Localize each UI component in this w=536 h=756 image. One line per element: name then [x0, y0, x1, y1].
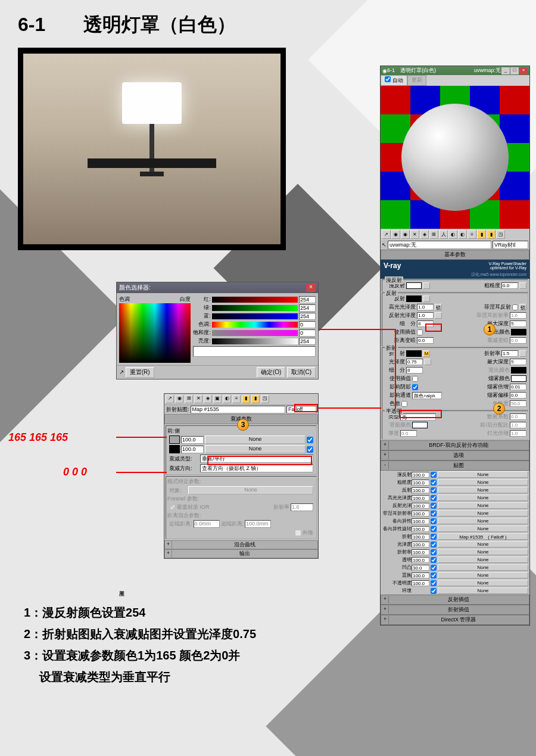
- fog-swatch[interactable]: [511, 375, 526, 382]
- close-icon[interactable]: ×: [519, 67, 528, 74]
- map-enable-check[interactable]: [431, 472, 437, 478]
- red-slider[interactable]: [212, 297, 298, 303]
- tool-icon[interactable]: ◉: [391, 230, 400, 239]
- dx-header[interactable]: +DirectX 管理器: [381, 615, 529, 625]
- hue-slider[interactable]: [212, 322, 298, 328]
- subdiv2-value[interactable]: 8: [406, 367, 423, 374]
- exit-swatch[interactable]: [511, 329, 526, 335]
- map-enable-check[interactable]: [431, 534, 437, 540]
- tool-icon[interactable]: ◳: [261, 395, 269, 403]
- color2-amount[interactable]: 100.0: [181, 446, 204, 453]
- gloss-map-button[interactable]: [424, 359, 431, 365]
- map-slot-button[interactable]: None: [438, 541, 528, 547]
- cancel-button[interactable]: 取消(C): [287, 367, 316, 378]
- map-enable-check[interactable]: [431, 495, 437, 501]
- maps-header[interactable]: -贴图: [381, 461, 529, 471]
- fog-bias-value[interactable]: 0.0: [510, 392, 526, 399]
- map-enable-check[interactable]: [431, 480, 437, 486]
- basic-params-header[interactable]: 基本参数: [381, 250, 529, 260]
- falloff-dir-dropdown[interactable]: 查看方向（摄影机 Z 轴）: [200, 464, 313, 472]
- map-amount[interactable]: 100.0: [412, 580, 429, 586]
- map-amount[interactable]: 100.0: [412, 557, 429, 563]
- map-amount[interactable]: 100.0: [412, 487, 429, 493]
- ior-value2[interactable]: 1.5: [501, 350, 518, 357]
- map-slot-button[interactable]: None: [438, 556, 528, 563]
- map-amount[interactable]: 100.0: [412, 542, 429, 547]
- refract-swatch[interactable]: [406, 350, 422, 357]
- val-value[interactable]: 254: [299, 338, 316, 345]
- interp-check[interactable]: [417, 329, 423, 335]
- map-amount[interactable]: 100.0: [412, 518, 429, 524]
- interp2-check[interactable]: [412, 376, 418, 382]
- color2-map-button[interactable]: None: [205, 445, 306, 453]
- map-enable-check[interactable]: [431, 580, 437, 586]
- tool-icon[interactable]: ▣: [213, 395, 222, 403]
- dialog-titlebar[interactable]: 颜色选择器: ×: [117, 282, 318, 293]
- nav-map-field[interactable]: uvwmap:无: [388, 241, 491, 249]
- map-slot-button[interactable]: None: [438, 502, 528, 509]
- map-amount[interactable]: 30.0: [412, 565, 429, 571]
- map-enable-check[interactable]: [431, 511, 437, 517]
- maximize-icon[interactable]: □: [510, 67, 519, 74]
- map-amount[interactable]: 100.0: [412, 534, 429, 540]
- sat-value[interactable]: 0: [299, 329, 316, 337]
- eyedropper-icon[interactable]: ↗: [119, 369, 124, 375]
- window-titlebar[interactable]: ◉ 6-1 透明灯罩(白色) uvwmap:无 _ □ ×: [381, 66, 529, 75]
- map-amount[interactable]: 100.0: [412, 495, 429, 501]
- ior-map-button[interactable]: [519, 350, 526, 357]
- color1-enable-check[interactable]: [307, 437, 313, 443]
- tool-icon[interactable]: ◈: [420, 230, 429, 239]
- tool-icon[interactable]: ◐: [448, 230, 457, 239]
- shadow-check[interactable]: [412, 384, 418, 390]
- map-slot-button[interactable]: None: [438, 564, 528, 571]
- color2-enable-check[interactable]: [307, 446, 313, 453]
- color1-map-button[interactable]: None: [205, 435, 306, 444]
- tool-icon[interactable]: ▮: [251, 395, 260, 403]
- fresnel-lock[interactable]: 锁: [519, 304, 526, 310]
- nav-back-icon[interactable]: ↖: [382, 242, 387, 248]
- map-enable-check[interactable]: [431, 573, 437, 578]
- minimize-icon[interactable]: _: [501, 67, 510, 74]
- maxdepth2-value[interactable]: 5: [510, 359, 526, 365]
- green-value[interactable]: 254: [299, 304, 316, 312]
- map-slot-button[interactable]: None: [438, 572, 528, 578]
- refl-interp-header[interactable]: +反射插值: [381, 595, 529, 605]
- tool-icon[interactable]: ✕: [194, 395, 202, 403]
- affect-dropdown[interactable]: 颜色+alph: [412, 392, 442, 399]
- map-name-field[interactable]: Map #1535: [191, 406, 285, 413]
- map-slot-button[interactable]: None: [438, 525, 528, 532]
- tool-icon[interactable]: ◉: [401, 230, 410, 239]
- map-amount[interactable]: 100.0: [412, 549, 429, 555]
- map-slot-button[interactable]: None: [438, 587, 528, 594]
- sat-slider[interactable]: [212, 330, 298, 336]
- map-slot-button[interactable]: None: [438, 510, 528, 517]
- red-value[interactable]: 254: [299, 296, 316, 303]
- color1-swatch[interactable]: [169, 435, 180, 444]
- map-slot-button[interactable]: Map #1535 ( Falloff ): [438, 533, 528, 540]
- reflect-swatch[interactable]: [406, 295, 422, 302]
- map-slot-button[interactable]: None: [438, 471, 528, 478]
- tool-icon[interactable]: ◐: [458, 230, 467, 239]
- color1-amount[interactable]: 100.0: [181, 436, 204, 444]
- map-amount[interactable]: 100.0: [412, 511, 429, 517]
- tool-icon[interactable]: ▮: [487, 230, 496, 239]
- tool-icon[interactable]: ↗: [166, 395, 174, 403]
- tool-icon[interactable]: ⊞: [429, 230, 438, 239]
- tool-icon[interactable]: ◳: [496, 230, 505, 239]
- map-enable-check[interactable]: [431, 565, 437, 571]
- map-amount[interactable]: 100.0: [412, 472, 429, 478]
- reset-button[interactable]: 重置(R): [126, 367, 154, 378]
- refr-interp-header[interactable]: +折射插值: [381, 605, 529, 615]
- map-slot-button[interactable]: None: [438, 549, 528, 555]
- fog-mult-value[interactable]: 0.01: [510, 384, 526, 390]
- tool-icon[interactable]: ✕: [410, 230, 419, 239]
- map-amount[interactable]: 100.0: [412, 503, 429, 509]
- map-enable-check[interactable]: [431, 588, 437, 594]
- map-enable-check[interactable]: [431, 526, 437, 532]
- map-enable-check[interactable]: [431, 487, 437, 493]
- map-slot-button[interactable]: None: [438, 479, 528, 486]
- map-enable-check[interactable]: [431, 549, 437, 555]
- map-slot-button[interactable]: None: [438, 580, 528, 586]
- roughness-map-button[interactable]: [519, 282, 526, 289]
- diffuse-map-button[interactable]: [423, 282, 430, 289]
